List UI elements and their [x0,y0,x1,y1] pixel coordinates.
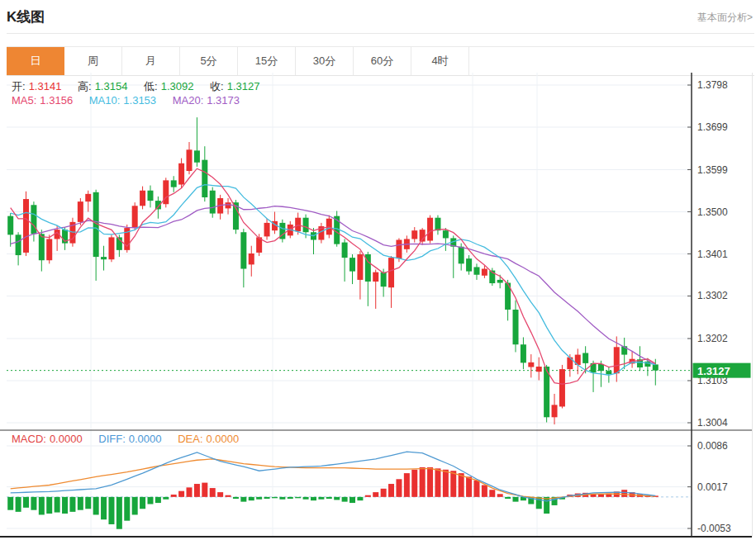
candle [435,218,440,230]
macd-bar [272,497,278,498]
macd-bar [318,497,324,500]
candle [582,353,588,363]
ma10-line [11,185,656,376]
candle [513,310,519,344]
ma5-label: MA5: [12,94,36,107]
macd-legend: MACD:0.0000 DIFF:0.0000 DEA:0.0000 [12,433,242,445]
macd-bar [381,489,387,497]
ma20-value: 1.3173 [207,94,240,107]
dea-value: 0.0000 [207,433,240,445]
candle [459,247,464,264]
macd-bar [450,471,456,497]
macd-bar [489,490,495,497]
price-axis-labels: 1.37981.36991.35991.35001.34011.33021.32… [687,79,731,534]
macd-bar [124,497,130,521]
svg-text:1.3699: 1.3699 [697,121,728,133]
macd-bar [85,497,91,509]
ohlc-legend: 开:1.3141 高:1.3154 低:1.3092 收:1.3127 [12,79,263,94]
candle [249,253,254,264]
svg-text:1.3202: 1.3202 [697,333,728,344]
macd-bar [443,470,449,497]
macd-bar [163,497,169,500]
ma5-value: 1.3156 [40,94,73,107]
candle [388,258,394,287]
ma5-line [11,168,656,384]
candle [31,205,36,234]
macd-bar [505,497,511,499]
macd-bar [31,497,36,510]
macd-bar [598,495,604,497]
candle [482,269,487,276]
candle [178,163,184,185]
macd-bar [16,497,21,512]
candle [552,405,558,417]
candle [373,272,378,282]
candle [614,347,620,373]
candle [132,206,138,228]
candle [16,234,21,255]
macd-bar [404,473,410,497]
candle [303,218,309,233]
ma20-label: MA20: [173,94,204,107]
svg-text:1.3500: 1.3500 [697,206,728,218]
macd-bar [473,481,479,497]
macd-bar [249,497,254,500]
low-value: 1.3092 [161,80,194,92]
macd-bar [46,497,52,514]
candle [210,191,216,214]
macd-bar [396,479,402,497]
macd-bar [365,495,371,497]
macd-bar [420,467,426,497]
open-label: 开: [12,80,26,92]
candle [497,280,503,283]
candle [528,362,534,367]
macd-bar [93,497,99,515]
macd-bar [388,484,394,497]
macd-bar [62,497,68,514]
close-label: 收: [210,80,224,92]
candle [357,254,363,280]
macd-bar [427,467,433,497]
macd-bar [373,492,378,497]
macd-bar [334,497,340,500]
candle [443,230,449,238]
macd-bar [357,497,363,500]
macd-bar [210,488,216,497]
candle [140,191,145,206]
svg-text:1.3798: 1.3798 [697,79,728,91]
macd-bar [513,497,519,502]
candle [226,202,231,208]
candles-group[interactable] [7,117,659,424]
candle [559,369,565,406]
macd-bar [536,497,542,509]
candle [427,218,433,241]
candle [7,216,13,235]
svg-text:0.0086: 0.0086 [697,440,728,452]
candle [108,237,114,259]
macd-bar [39,497,45,515]
kline-widget: K线图 基本面分析> 日周月5分15分30分60分4时 1.37981.3699… [0,0,756,540]
candle [101,257,107,259]
macd-bar [108,497,114,524]
candle [606,371,611,374]
macd-bar [544,497,549,514]
macd-bar [482,485,487,496]
svg-text:1.3302: 1.3302 [697,290,728,301]
candle [349,258,355,271]
candle [39,234,45,260]
macd-bar [147,497,153,504]
macd-bar [264,497,270,499]
high-label: 高: [78,80,92,92]
macd-bar [178,491,184,497]
candle [653,364,659,370]
candle [147,191,153,201]
candle [46,239,52,260]
macd-bar [187,487,193,497]
macd-bar [288,497,293,499]
diff-label: DIFF: [98,433,126,445]
macd-bar [435,468,440,497]
candle [194,150,200,162]
high-value: 1.3154 [95,80,128,92]
macd-bar [155,497,161,503]
macd-bar [311,497,316,500]
